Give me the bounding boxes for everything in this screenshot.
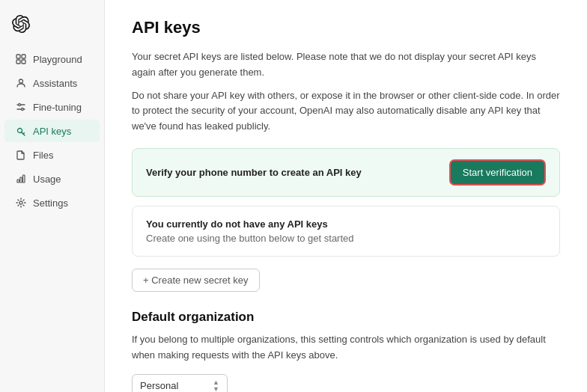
sidebar-item-label: Files — [33, 150, 53, 161]
key-icon — [15, 125, 27, 137]
svg-rect-10 — [17, 180, 19, 183]
files-icon — [15, 149, 27, 161]
start-verification-button[interactable]: Start verification — [449, 159, 546, 186]
default-org-description: If you belong to multiple organizations,… — [132, 332, 560, 364]
no-keys-subtitle: Create one using the button below to get… — [146, 233, 546, 244]
sidebar-item-settings[interactable]: Settings — [4, 192, 100, 214]
svg-rect-1 — [22, 55, 25, 58]
no-keys-box: You currently do not have any API keys C… — [132, 206, 560, 257]
chevron-updown-icon: ▲▼ — [213, 379, 219, 392]
intro-paragraph-1: Your secret API keys are listed below. P… — [132, 49, 560, 81]
sidebar-item-label: Playground — [33, 54, 82, 65]
sidebar-item-label: API keys — [33, 126, 71, 137]
svg-point-8 — [22, 108, 24, 111]
svg-rect-11 — [20, 177, 22, 183]
sidebar-item-label: Settings — [33, 197, 68, 209]
no-keys-title: You currently do not have any API keys — [146, 218, 546, 230]
sidebar-item-fine-tuning[interactable]: Fine-tuning — [4, 96, 100, 118]
svg-rect-0 — [16, 55, 20, 58]
default-org-title: Default organization — [132, 310, 560, 325]
org-select-wrapper[interactable]: Personal Organization 1 ▲▼ — [132, 374, 228, 392]
sidebar-item-label: Fine-tuning — [33, 102, 82, 113]
svg-rect-3 — [22, 60, 25, 64]
settings-icon — [15, 197, 27, 209]
sidebar-item-playground[interactable]: Playground — [4, 48, 100, 70]
sidebar-item-assistants[interactable]: Assistants — [4, 72, 100, 94]
tune-icon — [15, 101, 27, 113]
svg-point-4 — [19, 79, 23, 83]
svg-rect-2 — [16, 60, 20, 64]
svg-rect-12 — [23, 175, 25, 183]
page-title: API keys — [132, 18, 560, 37]
grid-icon — [15, 53, 27, 65]
create-secret-key-button[interactable]: + Create new secret key — [132, 269, 260, 292]
svg-point-13 — [19, 201, 22, 204]
org-dropdown[interactable]: Personal Organization 1 — [140, 380, 207, 391]
sidebar: Playground Assistants Fine-tuning — [0, 0, 105, 392]
sidebar-item-label: Usage — [33, 174, 61, 185]
verify-banner-text: Verify your phone number to create an AP… — [146, 167, 362, 178]
sidebar-item-files[interactable]: Files — [4, 144, 100, 166]
verify-banner: Verify your phone number to create an AP… — [132, 148, 560, 197]
main-content: API keys Your secret API keys are listed… — [105, 0, 587, 392]
person-icon — [15, 77, 27, 89]
logo — [0, 9, 104, 47]
svg-point-6 — [19, 104, 21, 106]
sidebar-item-label: Assistants — [33, 78, 77, 89]
sidebar-item-api-keys[interactable]: API keys — [4, 120, 100, 142]
sidebar-item-usage[interactable]: Usage — [4, 168, 100, 190]
chart-icon — [15, 173, 27, 185]
intro-paragraph-2: Do not share your API key with others, o… — [132, 88, 560, 135]
